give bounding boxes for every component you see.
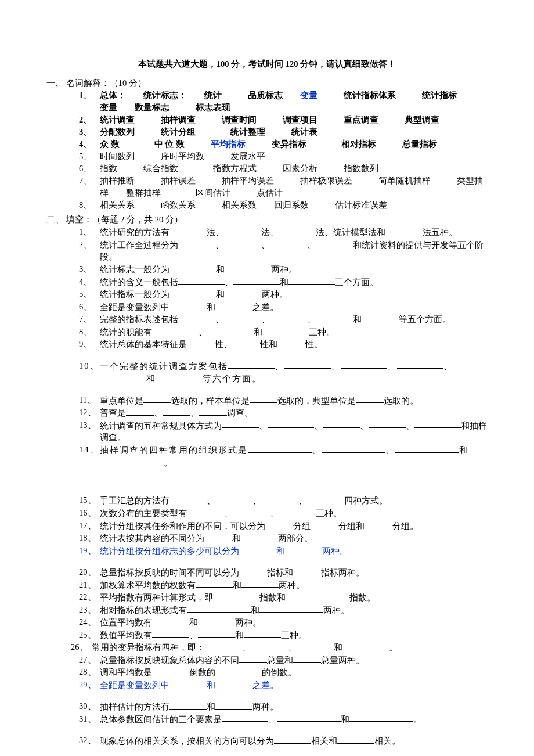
list-item: 2、统计调查 抽样调查 调查时间 调查项目 重点调查 典型调查: [46, 114, 488, 126]
term-bianliang: 变量: [300, 91, 317, 100]
list-item: 21、加权算术平均数的权数有和两种。: [46, 579, 488, 592]
list-item: 26、常用的变异指标有四种，即：、、和。: [46, 641, 488, 654]
list-item: 5、时间数列 序时平均数 发展水平: [46, 150, 488, 163]
list-item: 19、统计分组按分组标志的多少可以分为和两种。: [46, 545, 488, 557]
list-item: 18、统计表按其内容的不同分为和两部分。: [46, 532, 488, 545]
list-item: 9、统计总体的基本特征是性、性和性。: [46, 338, 488, 351]
list-item: 1、总体： 统计标志： 统计 品质标志 变量 统计指标体系 统计指标 变量 数量…: [46, 89, 488, 114]
section-2-header: 二、 填空：（每题 2 分，共 20 分）: [46, 214, 488, 226]
exam-title: 本试题共六道大题，100 分，考试时间 120 分钟，请认真细致做答！: [46, 58, 488, 70]
list-item: 10、一个完整的统计调查方案包括、、、、和等六个方面。: [46, 360, 488, 385]
list-item: 8、相关关系 函数关系 相关系数 回归系数 估计标准误差: [46, 199, 488, 211]
list-item: 6、全距是变量数列中和之差。: [46, 301, 488, 314]
list-item: 32、现象总体的相关关系，按相关的方向可以分为相关和相关。: [46, 735, 488, 747]
list-item: 4、统计的含义一般包括、和三个方面。: [46, 276, 488, 289]
list-item: 17、统计分组按其任务和作用的不同，可以分为分组分组和分组。: [46, 520, 488, 532]
list-item: 3、统计标志一般分为和两种。: [46, 263, 488, 276]
list-item: 31、总体参数区间估计的三个要素是、和。: [46, 713, 488, 726]
list-item: 23、相对指标的表现形式有和两种。: [46, 604, 488, 617]
list-item: 28、调和平均数是倒数的的倒数。: [46, 666, 488, 679]
list-item: 24、位置平均数有和两种。: [46, 616, 488, 629]
list-item: 16、次数分布的主要类型有、、三种。: [46, 507, 488, 520]
list-item: 7、抽样推断 抽样误差 抽样平均误差 抽样极限误差 简单随机抽样 类型抽样 整群…: [46, 175, 488, 199]
list-item: 12、普查是、、调查。: [46, 406, 488, 419]
list-item: 2、统计工作全过程分为、、、和统计资料的提供与开发等五个阶段。: [46, 239, 488, 264]
list-item: 8、统计的职能有、和三种。: [46, 326, 488, 339]
list-item: 6、指数 综合指数 指数方程式 因素分析 指数数列: [46, 163, 488, 175]
list-item: 27、总量指标按反映现象总体内容的不同总量和总量两种。: [46, 654, 488, 667]
term-pingjun: 平均指标: [211, 139, 246, 149]
list-item: 4、众 数 中 位 数 平均指标 变异指标 相对指标 总量指标: [46, 138, 488, 150]
list-item: 15、手工汇总的方法有、、、四种方式。: [46, 494, 488, 507]
list-item: 13、统计调查的五种常规具体方式为、、、、和抽样调查。: [46, 419, 488, 444]
list-item: 1、统计研究的方法有法、法、法、统计模型法和法五种。: [46, 226, 488, 239]
list-item: 30、抽样估计的方法有和两种。: [46, 700, 488, 713]
list-item: 14、抽样调查的四种常用的组织形式是、、和。: [46, 444, 488, 469]
list-item: 7、完整的指标表述包括、、、和等五个方面。: [46, 313, 488, 326]
list-item: 11、重点单位是选取的，样本单位是选取的，典型单位是选取的。: [46, 394, 488, 407]
list-item: 5、统计指标一般分为和两种。: [46, 288, 488, 301]
list-item: 25、数值平均数有、和三种。: [46, 629, 488, 642]
list-item: 3、分配数列 统计分组 统计整理 统计表: [46, 126, 488, 138]
list-item: 20、总量指标按反映的时间不同可以分为指标和指标两种。: [46, 566, 488, 579]
list-item: 29、全距是变量数列中和之差。: [46, 679, 488, 692]
section-1-header: 一、 名词解释：（10 分）: [46, 77, 488, 89]
list-item: 22、平均指数有两种计算形式，即指数和指数。: [46, 591, 488, 604]
